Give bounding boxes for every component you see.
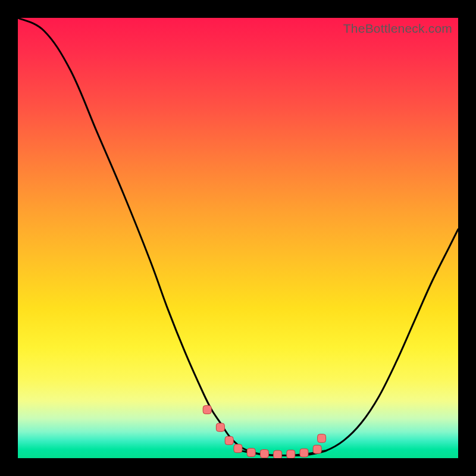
marker-point: [274, 450, 282, 458]
watermark-text: TheBottleneck.com: [343, 21, 452, 36]
marker-dots: [203, 406, 325, 458]
marker-point: [318, 434, 326, 443]
curve-lines: [18, 18, 458, 456]
marker-point: [216, 423, 224, 431]
curve-left-curve: [18, 18, 278, 456]
curve-right-curve: [295, 229, 458, 455]
marker-point: [225, 436, 233, 444]
marker-point: [287, 450, 295, 458]
marker-point: [234, 444, 242, 453]
marker-point: [313, 445, 321, 453]
marker-point: [300, 449, 308, 457]
chart-plot-area: TheBottleneck.com: [18, 18, 458, 458]
marker-point: [247, 448, 255, 456]
chart-svg: [18, 18, 458, 458]
marker-point: [260, 450, 268, 458]
marker-point: [203, 406, 211, 414]
chart-outer-frame: TheBottleneck.com: [0, 0, 476, 476]
